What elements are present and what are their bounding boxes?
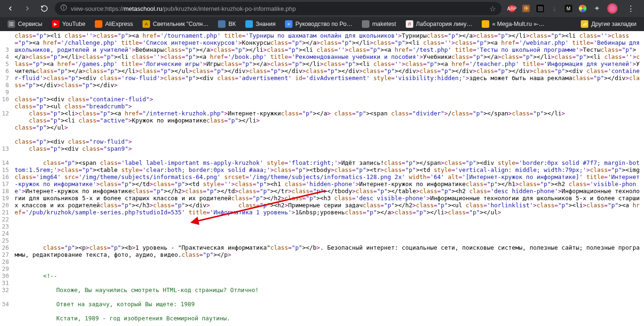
svg-point-2 [64,6,64,7]
profile-avatar[interactable] [607,3,618,14]
url-text: view-source:https://metaschool.ru/pub/kr… [71,5,296,12]
svg-point-4 [11,22,12,23]
bookmark-gdoc[interactable]: ≡Руководство по Ро… [281,19,356,29]
browser-toolbar: view-source:https://metaschool.ru/pub/kr… [0,0,644,17]
other-bookmarks[interactable]: 📁Другие закладки [577,19,640,29]
ext-icon-2[interactable]: ⬛ [536,5,544,12]
extensions-area: ABP 🍪 ⬛ ↓ M ✦ ⋮ [505,3,640,14]
line-gutter: 3456789101213141516171819202122232425262… [0,31,12,326]
reload-button[interactable] [38,2,51,15]
site-info-icon[interactable] [60,4,67,13]
svg-point-10 [11,25,12,26]
bookmark-youtube[interactable]: ▶YouTube [48,19,89,29]
ext-icon-3[interactable]: ↓ [551,5,558,12]
view-source-pane: 3456789101213141516171819202122232425262… [0,31,644,326]
svg-point-3 [9,22,10,23]
ext-icon-1[interactable]: 🍪 [522,5,530,12]
svg-point-11 [12,25,13,26]
ext-icon-5[interactable] [579,5,586,12]
bookmark-vk[interactable]: ВК [214,19,240,29]
address-bar[interactable]: view-source:https://metaschool.ru/pub/kr… [55,2,502,15]
ext-icon-4[interactable]: M [565,5,572,12]
chrome-menu-icon[interactable]: ⋮ [627,4,635,13]
svg-point-5 [12,22,13,23]
forward-button[interactable] [21,2,34,15]
bookmark-megamult[interactable]: « Mega-Mult.ru »-… [478,19,548,29]
bookmarks-bar: Сервисы ▶YouTube AliExpress AСветильник … [0,17,644,31]
svg-point-9 [9,25,10,26]
apps-button[interactable]: Сервисы [4,19,46,29]
svg-point-7 [11,24,12,24]
svg-point-6 [9,24,10,24]
back-button[interactable] [4,2,17,15]
abp-icon[interactable]: ABP [508,5,516,12]
bookmark-znania[interactable]: Знания [242,19,279,29]
source-code[interactable]: class="p"><li class=''>class="p"><a href… [12,31,644,326]
bookmark-lamp[interactable]: AСветильник "Солн… [139,19,212,29]
bookmark-aliexpress[interactable]: AliExpress [91,19,137,29]
bookmark-maketest[interactable]: maketest [358,19,400,29]
bookmark-star-icon[interactable]: ☆ [489,4,496,13]
extensions-puzzle-icon[interactable]: ✦ [593,5,601,12]
svg-point-8 [12,24,13,24]
bookmark-lab[interactable]: ЛЛаборатория лину… [402,19,477,29]
